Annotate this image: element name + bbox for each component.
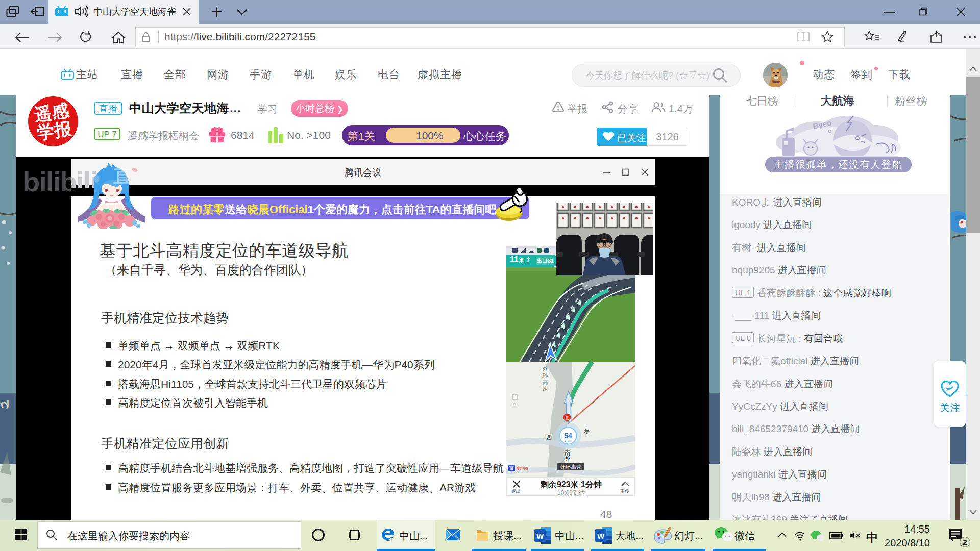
svg-text:度地图: 度地图 xyxy=(516,466,528,471)
svg-text:⌂: ⌂ xyxy=(513,401,516,406)
svg-text:直: 直 xyxy=(113,165,132,186)
svg-text:东: 东 xyxy=(583,427,590,434)
svg-text:54: 54 xyxy=(564,432,572,440)
svg-text:外环高速: 外环高速 xyxy=(560,464,581,470)
svg-text:环: 环 xyxy=(543,372,548,379)
svg-text:km/h: km/h xyxy=(565,440,571,443)
svg-text:高: 高 xyxy=(543,379,548,385)
svg-text:百: 百 xyxy=(509,466,514,471)
svg-text:西: 西 xyxy=(546,434,552,441)
svg-text:外: 外 xyxy=(565,456,571,462)
svg-text:速: 速 xyxy=(543,386,548,392)
svg-text:南: 南 xyxy=(565,449,571,456)
svg-text:W: W xyxy=(597,532,605,540)
svg-text:北: 北 xyxy=(565,416,569,420)
svg-text:W: W xyxy=(536,532,544,540)
svg-text:外: 外 xyxy=(543,366,548,372)
